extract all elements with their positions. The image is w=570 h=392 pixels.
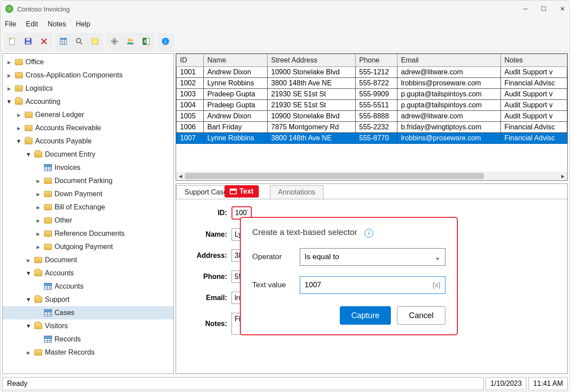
folder-icon	[34, 323, 42, 329]
column-header[interactable]: Name	[204, 54, 268, 67]
svg-point-24	[128, 38, 131, 41]
minimize-button[interactable]: ─	[523, 5, 528, 12]
table-row[interactable]: 1004Pradeep Gupta21930 SE 51st St555-551…	[177, 100, 567, 111]
variable-icon[interactable]: {x}	[432, 281, 441, 289]
horizontal-scrollbar[interactable]: ◀▶	[176, 172, 567, 180]
table-row[interactable]: 1007Lynne Robbins3800 148th Ave NE555-87…	[177, 133, 567, 144]
tree-item[interactable]: ▶Office	[3, 55, 173, 69]
tree-item[interactable]: ▶Accounts Receivable	[3, 121, 173, 135]
tree-item[interactable]: ▶Accounts Payable	[3, 135, 173, 148]
text-selector-badge[interactable]: Text	[224, 185, 259, 198]
column-header[interactable]: Street Address	[268, 54, 356, 67]
excel-button[interactable]: X	[140, 35, 153, 48]
tree-item[interactable]: ▶Accounts	[3, 267, 173, 280]
menu-edit[interactable]: Edit	[26, 20, 38, 28]
tree-item[interactable]: ▶Logistics	[3, 82, 173, 95]
menu-file[interactable]: File	[5, 20, 16, 28]
tree-item[interactable]: Accounts	[3, 280, 173, 293]
cancel-button[interactable]: Cancel	[397, 306, 445, 325]
id-label: ID:	[188, 209, 227, 217]
tree-item-label: Accounts	[45, 269, 74, 277]
cell: 1007	[177, 133, 204, 144]
cell: Lynne Robbins	[204, 78, 268, 89]
tree-item[interactable]: Invoices	[3, 161, 173, 174]
table-row[interactable]: 1005Andrew Dixon10900 Stonelake Blvd555-…	[177, 111, 567, 122]
textvalue-input[interactable]: 1007 {x}	[300, 276, 445, 294]
maximize-button[interactable]: ☐	[541, 5, 547, 12]
table-row[interactable]: 1006Bart Friday7875 Montgomery Rd555-223…	[177, 122, 567, 133]
tree-item-label: Cases	[55, 309, 74, 317]
info-button[interactable]: i	[159, 35, 172, 48]
info-icon[interactable]: i	[364, 229, 373, 238]
svg-point-1	[7, 7, 11, 11]
tree-item[interactable]: ▶Support	[3, 293, 173, 306]
tree-item-label: Document Parking	[55, 177, 113, 185]
cell: 1004	[177, 100, 204, 111]
nav-tree[interactable]: ▶Office▶Cross-Application Components▶Log…	[2, 53, 174, 374]
column-header[interactable]: ID	[177, 54, 204, 67]
svg-point-14	[76, 38, 81, 43]
column-header[interactable]: Phone	[356, 54, 397, 67]
svg-point-25	[131, 39, 133, 41]
table-row[interactable]: 1001Andrew Dixon10900 Stonelake Blvd555-…	[177, 67, 567, 78]
column-header[interactable]: Notes	[501, 54, 567, 67]
search-button[interactable]	[73, 35, 86, 48]
statusbar: Ready 1/10/2023 11:41 AM	[0, 376, 570, 392]
settings-button[interactable]	[108, 35, 121, 48]
svg-rect-32	[230, 189, 236, 191]
tree-item-label: Visitors	[45, 322, 68, 330]
data-grid[interactable]: IDNameStreet AddressPhoneEmailNotes1001A…	[176, 53, 568, 181]
folder-icon	[15, 85, 23, 92]
tree-item[interactable]: Records	[3, 333, 173, 346]
tree-item[interactable]: ▶Outgoing Payment	[3, 240, 173, 253]
tree-item-label: Support	[45, 296, 70, 304]
tree-item[interactable]: ▶General Ledger	[3, 108, 173, 121]
operator-select[interactable]: Is equal to ⌄	[300, 248, 445, 266]
tree-item[interactable]: ▶Visitors	[3, 319, 173, 333]
menu-help[interactable]: Help	[76, 20, 90, 28]
operator-label: Operator	[252, 253, 300, 261]
chevron-down-icon: ⌄	[434, 253, 441, 262]
cell: Financial Advisc	[501, 122, 567, 133]
tree-item[interactable]: ▶Down Payment	[3, 187, 173, 201]
name-label: Name:	[188, 231, 227, 238]
cell: Audit Support v	[501, 89, 567, 100]
note-button[interactable]	[88, 35, 102, 48]
popup-title: Create a text-based selector	[252, 227, 357, 237]
column-header[interactable]: Email	[397, 54, 501, 67]
tree-item[interactable]: ▶Accounting	[3, 95, 173, 108]
tree-item[interactable]: ▶Document Parking	[3, 174, 173, 187]
menu-notes[interactable]: Notes	[48, 20, 66, 28]
capture-button[interactable]: Capture	[340, 306, 391, 325]
tree-item[interactable]: ▶Document Entry	[3, 148, 173, 161]
cell: Andrew Dixon	[204, 67, 268, 78]
cell: 21930 SE 51st St	[268, 89, 356, 100]
tree-item[interactable]: ▶Other	[3, 214, 173, 227]
tree-item[interactable]: ▶Cross-Application Components	[3, 69, 173, 82]
table-row[interactable]: 1003Pradeep Gupta21930 SE 51st St555-990…	[177, 89, 567, 100]
address-label: Address:	[188, 252, 227, 260]
tab-annotations[interactable]: Annotations	[270, 185, 324, 199]
folder-icon	[25, 112, 33, 118]
tree-item[interactable]: ▶Master Records	[3, 346, 173, 359]
delete-button[interactable]	[37, 35, 51, 48]
tree-item[interactable]: ▶Document	[3, 253, 173, 267]
grid-button[interactable]	[57, 35, 70, 48]
save-button[interactable]	[22, 35, 35, 48]
tree-item-label: Document Entry	[45, 150, 96, 158]
tree-item-label: Outgoing Payment	[55, 243, 113, 251]
tree-item[interactable]: ▶Bill of Exchange	[3, 201, 173, 214]
tree-item[interactable]: Cases	[3, 306, 173, 319]
close-button[interactable]: ✕	[560, 5, 565, 12]
tree-item[interactable]: ▶Reference Documents	[3, 227, 173, 240]
folder-icon	[34, 257, 42, 263]
cell: 1006	[177, 122, 204, 133]
new-button[interactable]: ✦	[6, 35, 19, 48]
table-row[interactable]: 1002Lynne Robbins3800 148th Ave NE555-87…	[177, 78, 567, 89]
cell: 10900 Stonelake Blvd	[268, 111, 356, 122]
users-button[interactable]	[124, 35, 137, 48]
cell: 1003	[177, 89, 204, 100]
cell: Andrew Dixon	[204, 111, 268, 122]
status-time: 11:41 AM	[528, 377, 568, 390]
cell: 555-8888	[356, 111, 397, 122]
